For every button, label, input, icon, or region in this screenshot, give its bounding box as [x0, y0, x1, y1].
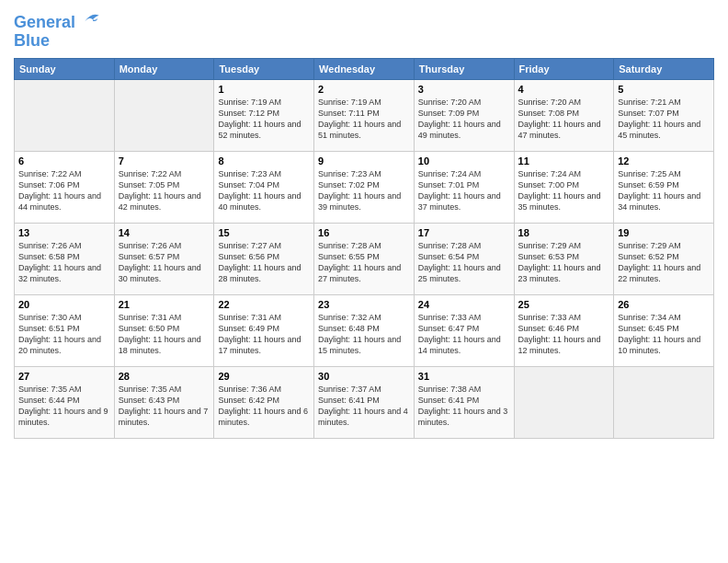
day-cell: 1Sunrise: 7:19 AMSunset: 7:12 PMDaylight… — [214, 79, 314, 151]
day-number: 5 — [618, 84, 710, 95]
week-row-2: 6Sunrise: 7:22 AMSunset: 7:06 PMDaylight… — [15, 151, 714, 223]
day-cell: 26Sunrise: 7:34 AMSunset: 6:45 PMDayligh… — [614, 294, 714, 366]
day-cell: 22Sunrise: 7:31 AMSunset: 6:49 PMDayligh… — [214, 294, 314, 366]
col-header-tuesday: Tuesday — [214, 58, 314, 79]
day-cell: 30Sunrise: 7:37 AMSunset: 6:41 PMDayligh… — [314, 366, 415, 438]
day-number: 12 — [618, 155, 710, 167]
day-info: Sunrise: 7:24 AMSunset: 7:01 PMDaylight:… — [418, 168, 510, 213]
day-number: 24 — [418, 299, 510, 310]
day-cell: 14Sunrise: 7:26 AMSunset: 6:57 PMDayligh… — [114, 223, 214, 294]
calendar-header: SundayMondayTuesdayWednesdayThursdayFrid… — [15, 58, 714, 79]
day-cell: 5Sunrise: 7:21 AMSunset: 7:07 PMDaylight… — [614, 79, 714, 151]
day-number: 9 — [318, 155, 410, 167]
day-cell: 9Sunrise: 7:23 AMSunset: 7:02 PMDaylight… — [314, 151, 415, 223]
calendar-body: 1Sunrise: 7:19 AMSunset: 7:12 PMDaylight… — [15, 79, 714, 438]
day-cell: 31Sunrise: 7:38 AMSunset: 6:41 PMDayligh… — [414, 366, 514, 438]
day-cell: 23Sunrise: 7:32 AMSunset: 6:48 PMDayligh… — [314, 294, 415, 366]
day-cell: 18Sunrise: 7:29 AMSunset: 6:53 PMDayligh… — [514, 223, 614, 294]
day-cell — [614, 366, 714, 438]
day-info: Sunrise: 7:32 AMSunset: 6:48 PMDaylight:… — [318, 312, 410, 357]
header-row: SundayMondayTuesdayWednesdayThursdayFrid… — [15, 58, 714, 79]
day-number: 10 — [418, 155, 510, 167]
day-cell: 15Sunrise: 7:27 AMSunset: 6:56 PMDayligh… — [214, 223, 314, 294]
day-cell: 2Sunrise: 7:19 AMSunset: 7:11 PMDaylight… — [314, 79, 415, 151]
day-number: 28 — [119, 371, 210, 382]
day-number: 17 — [418, 227, 510, 238]
day-info: Sunrise: 7:20 AMSunset: 7:08 PMDaylight:… — [518, 97, 610, 142]
day-number: 16 — [318, 227, 410, 238]
day-number: 8 — [218, 155, 310, 167]
day-info: Sunrise: 7:23 AMSunset: 7:02 PMDaylight:… — [318, 168, 410, 213]
day-number: 23 — [318, 299, 410, 310]
day-info: Sunrise: 7:31 AMSunset: 6:49 PMDaylight:… — [218, 312, 310, 357]
week-row-4: 20Sunrise: 7:30 AMSunset: 6:51 PMDayligh… — [15, 294, 714, 366]
day-info: Sunrise: 7:29 AMSunset: 6:52 PMDaylight:… — [618, 240, 710, 285]
day-number: 26 — [618, 299, 710, 310]
day-cell: 10Sunrise: 7:24 AMSunset: 7:01 PMDayligh… — [414, 151, 514, 223]
logo: General Blue — [14, 9, 100, 51]
day-info: Sunrise: 7:19 AMSunset: 7:11 PMDaylight:… — [318, 97, 410, 142]
day-number: 31 — [418, 371, 510, 382]
day-info: Sunrise: 7:31 AMSunset: 6:50 PMDaylight:… — [119, 312, 210, 357]
day-info: Sunrise: 7:22 AMSunset: 7:06 PMDaylight:… — [18, 168, 110, 213]
day-number: 15 — [218, 227, 310, 238]
page: General Blue SundayMondayTuesdayWednesda… — [0, 0, 728, 563]
day-number: 25 — [518, 299, 610, 310]
day-cell: 4Sunrise: 7:20 AMSunset: 7:08 PMDaylight… — [514, 79, 614, 151]
day-number: 7 — [119, 155, 210, 167]
day-cell: 27Sunrise: 7:35 AMSunset: 6:44 PMDayligh… — [15, 366, 115, 438]
day-cell: 21Sunrise: 7:31 AMSunset: 6:50 PMDayligh… — [114, 294, 214, 366]
day-info: Sunrise: 7:26 AMSunset: 6:58 PMDaylight:… — [18, 240, 110, 285]
day-cell: 24Sunrise: 7:33 AMSunset: 6:47 PMDayligh… — [414, 294, 514, 366]
day-cell: 6Sunrise: 7:22 AMSunset: 7:06 PMDaylight… — [15, 151, 115, 223]
week-row-3: 13Sunrise: 7:26 AMSunset: 6:58 PMDayligh… — [15, 223, 714, 294]
day-number: 30 — [318, 371, 410, 382]
day-number: 13 — [18, 227, 110, 238]
day-number: 18 — [518, 227, 610, 238]
col-header-monday: Monday — [114, 58, 214, 79]
day-cell: 17Sunrise: 7:28 AMSunset: 6:54 PMDayligh… — [414, 223, 514, 294]
day-number: 14 — [119, 227, 210, 238]
day-cell: 11Sunrise: 7:24 AMSunset: 7:00 PMDayligh… — [514, 151, 614, 223]
day-info: Sunrise: 7:20 AMSunset: 7:09 PMDaylight:… — [418, 97, 510, 142]
day-cell — [114, 79, 214, 151]
col-header-thursday: Thursday — [414, 58, 514, 79]
calendar-table: SundayMondayTuesdayWednesdayThursdayFrid… — [14, 58, 714, 439]
day-cell: 8Sunrise: 7:23 AMSunset: 7:04 PMDaylight… — [214, 151, 314, 223]
day-cell: 13Sunrise: 7:26 AMSunset: 6:58 PMDayligh… — [15, 223, 115, 294]
day-number: 19 — [618, 227, 710, 238]
day-number: 1 — [218, 84, 310, 95]
day-info: Sunrise: 7:33 AMSunset: 6:46 PMDaylight:… — [518, 312, 610, 357]
day-info: Sunrise: 7:23 AMSunset: 7:04 PMDaylight:… — [218, 168, 310, 213]
day-info: Sunrise: 7:38 AMSunset: 6:41 PMDaylight:… — [418, 384, 510, 429]
logo-blue: Blue — [14, 32, 100, 51]
col-header-friday: Friday — [514, 58, 614, 79]
day-cell: 12Sunrise: 7:25 AMSunset: 6:59 PMDayligh… — [614, 151, 714, 223]
day-cell — [15, 79, 115, 151]
day-cell: 19Sunrise: 7:29 AMSunset: 6:52 PMDayligh… — [614, 223, 714, 294]
day-number: 4 — [518, 84, 610, 95]
day-cell: 3Sunrise: 7:20 AMSunset: 7:09 PMDaylight… — [414, 79, 514, 151]
day-number: 27 — [18, 371, 110, 382]
week-row-5: 27Sunrise: 7:35 AMSunset: 6:44 PMDayligh… — [15, 366, 714, 438]
day-cell: 7Sunrise: 7:22 AMSunset: 7:05 PMDaylight… — [114, 151, 214, 223]
day-number: 21 — [119, 299, 210, 310]
day-info: Sunrise: 7:22 AMSunset: 7:05 PMDaylight:… — [119, 168, 210, 213]
day-info: Sunrise: 7:34 AMSunset: 6:45 PMDaylight:… — [618, 312, 710, 357]
week-row-1: 1Sunrise: 7:19 AMSunset: 7:12 PMDaylight… — [15, 79, 714, 151]
logo-general: General — [14, 13, 75, 31]
day-info: Sunrise: 7:29 AMSunset: 6:53 PMDaylight:… — [518, 240, 610, 285]
day-cell: 25Sunrise: 7:33 AMSunset: 6:46 PMDayligh… — [514, 294, 614, 366]
day-info: Sunrise: 7:19 AMSunset: 7:12 PMDaylight:… — [218, 97, 310, 142]
day-number: 11 — [518, 155, 610, 167]
day-info: Sunrise: 7:24 AMSunset: 7:00 PMDaylight:… — [518, 168, 610, 213]
day-info: Sunrise: 7:27 AMSunset: 6:56 PMDaylight:… — [218, 240, 310, 285]
day-info: Sunrise: 7:28 AMSunset: 6:54 PMDaylight:… — [418, 240, 510, 285]
logo-text: General — [14, 9, 100, 32]
day-cell — [514, 366, 614, 438]
col-header-saturday: Saturday — [614, 58, 714, 79]
day-info: Sunrise: 7:37 AMSunset: 6:41 PMDaylight:… — [318, 384, 410, 429]
day-number: 29 — [218, 371, 310, 382]
col-header-sunday: Sunday — [15, 58, 115, 79]
header: General Blue — [14, 9, 714, 51]
